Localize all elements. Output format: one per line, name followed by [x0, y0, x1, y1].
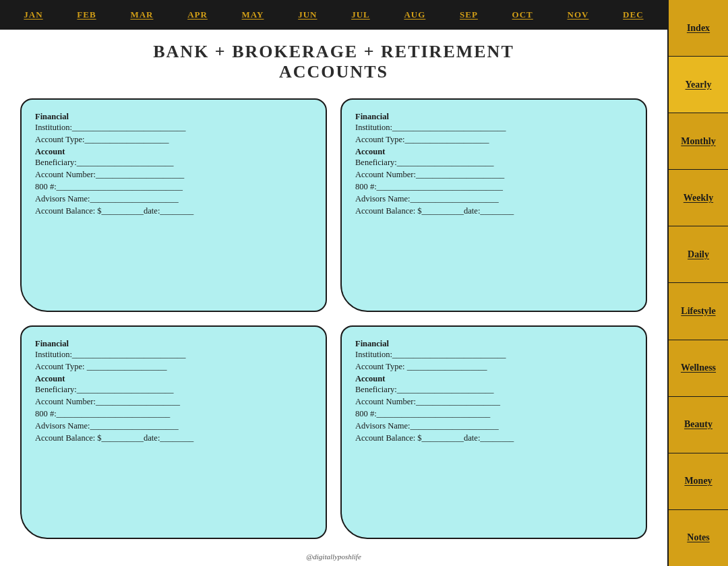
sidebar-label-weekly: Weekly [684, 193, 713, 203]
nav-month-apr[interactable]: APR [187, 9, 208, 20]
account-card-1: Financial Institution:__________________… [20, 98, 327, 312]
sidebar-item-lifestyle[interactable]: Lifestyle [669, 283, 728, 340]
card2-field-4: Beneficiary:_______________________ [355, 158, 632, 168]
nav-month-nov[interactable]: NOV [568, 9, 589, 20]
account-card-3: Financial Institution:__________________… [20, 325, 327, 539]
card1-field-3: Account [35, 147, 312, 157]
sidebar-item-daily[interactable]: Daily [669, 226, 728, 283]
card3-field-5: Account Number:____________________ [35, 397, 312, 407]
card2-field-5: Account Number:_____________________ [355, 170, 632, 180]
sidebar-label-daily: Daily [688, 249, 709, 260]
card3-field-4: Beneficiary:_______________________ [35, 385, 312, 395]
card1-field-8: Account Balance: $__________date:_______… [35, 206, 312, 216]
card4-field-6: 800 #:___________________________ [355, 409, 632, 419]
page-title-area: BANK + BROKERAGE + RETIREMENT ACCOUNTS [0, 30, 667, 92]
nav-month-feb[interactable]: FEB [77, 9, 96, 20]
card1-field-6: 800 #:______________________________ [35, 182, 312, 192]
card3-field-0: Financial [35, 339, 312, 349]
nav-month-mar[interactable]: MAR [130, 9, 153, 20]
sidebar-item-monthly[interactable]: Monthly [669, 113, 728, 170]
footer: @digitallyposhlife [0, 550, 667, 566]
card4-field-7: Advisors Name:_____________________ [355, 421, 632, 431]
card3-field-2: Account Type: ___________________ [35, 362, 312, 372]
sidebar-label-yearly: Yearly [686, 80, 712, 90]
card2-field-7: Advisors Name:_____________________ [355, 194, 632, 204]
card1-field-4: Beneficiary:_______________________ [35, 158, 312, 168]
account-card-2: Financial Institution:__________________… [340, 98, 647, 312]
footer-text: @digitallyposhlife [306, 553, 361, 561]
card4-field-8: Account Balance: $__________date:_______… [355, 433, 632, 443]
nav-month-dec[interactable]: DEC [623, 9, 643, 20]
nav-month-oct[interactable]: OCT [512, 9, 533, 20]
right-sidebar: Index Yearly Monthly Weekly Daily Lifest… [667, 0, 728, 566]
card1-field-7: Advisors Name:_____________________ [35, 194, 312, 204]
title-line2: ACCOUNTS [279, 62, 388, 82]
title-line1: BANK + BROKERAGE + RETIREMENT [153, 42, 514, 61]
sidebar-item-money[interactable]: Money [669, 453, 728, 510]
card2-field-6: 800 #:______________________________ [355, 182, 632, 192]
main-area: JANFEBMARAPRMAYJUNJULAUGSEPOCTNOVDEC BAN… [0, 0, 667, 566]
sidebar-label-wellness: Wellness [681, 363, 716, 373]
card4-field-1: Institution:___________________________ [355, 350, 632, 360]
card2-field-0: Financial [355, 112, 632, 122]
card3-field-3: Account [35, 374, 312, 384]
nav-month-jan[interactable]: JAN [24, 9, 42, 20]
card1-field-2: Account Type:____________________ [35, 135, 312, 145]
sidebar-item-weekly[interactable]: Weekly [669, 170, 728, 226]
nav-month-sep[interactable]: SEP [460, 9, 478, 20]
card2-field-1: Institution:___________________________ [355, 123, 632, 133]
card4-field-0: Financial [355, 339, 632, 349]
sidebar-item-notes[interactable]: Notes [669, 510, 728, 566]
card1-field-5: Account Number:_____________________ [35, 170, 312, 180]
sidebar-label-money: Money [684, 476, 712, 486]
card4-field-2: Account Type: ___________________ [355, 362, 632, 372]
card2-field-2: Account Type:____________________ [355, 135, 632, 145]
nav-month-jul[interactable]: JUL [351, 9, 370, 20]
card2-field-8: Account Balance: $__________date:_______… [355, 206, 632, 216]
card3-field-6: 800 #:___________________________ [35, 409, 312, 419]
top-nav: JANFEBMARAPRMAYJUNJULAUGSEPOCTNOVDEC [0, 0, 667, 30]
nav-month-aug[interactable]: AUG [404, 9, 425, 20]
page-title: BANK + BROKERAGE + RETIREMENT ACCOUNTS [153, 42, 514, 82]
card3-field-7: Advisors Name:_____________________ [35, 421, 312, 431]
sidebar-label-notes: Notes [687, 532, 709, 543]
sidebar-item-index[interactable]: Index [669, 0, 728, 57]
account-card-4: Financial Institution:__________________… [340, 325, 647, 539]
card1-field-0: Financial [35, 112, 312, 122]
nav-month-jun[interactable]: JUN [298, 9, 317, 20]
card4-field-5: Account Number:____________________ [355, 397, 632, 407]
card3-field-1: Institution:___________________________ [35, 350, 312, 360]
sidebar-label-beauty: Beauty [684, 419, 712, 430]
cards-grid: Financial Institution:__________________… [0, 92, 667, 550]
nav-month-may[interactable]: MAY [242, 9, 264, 20]
card2-field-3: Account [355, 147, 632, 157]
sidebar-item-wellness[interactable]: Wellness [669, 340, 728, 397]
card4-field-4: Beneficiary:_______________________ [355, 385, 632, 395]
sidebar-label-monthly: Monthly [681, 136, 715, 147]
sidebar-label-index: Index [687, 23, 710, 34]
sidebar-item-beauty[interactable]: Beauty [669, 397, 728, 453]
card4-field-3: Account [355, 374, 632, 384]
sidebar-label-lifestyle: Lifestyle [681, 306, 715, 317]
card1-field-1: Institution:___________________________ [35, 123, 312, 133]
sidebar-item-yearly[interactable]: Yearly [669, 57, 728, 113]
card3-field-8: Account Balance: $__________date:_______… [35, 433, 312, 443]
